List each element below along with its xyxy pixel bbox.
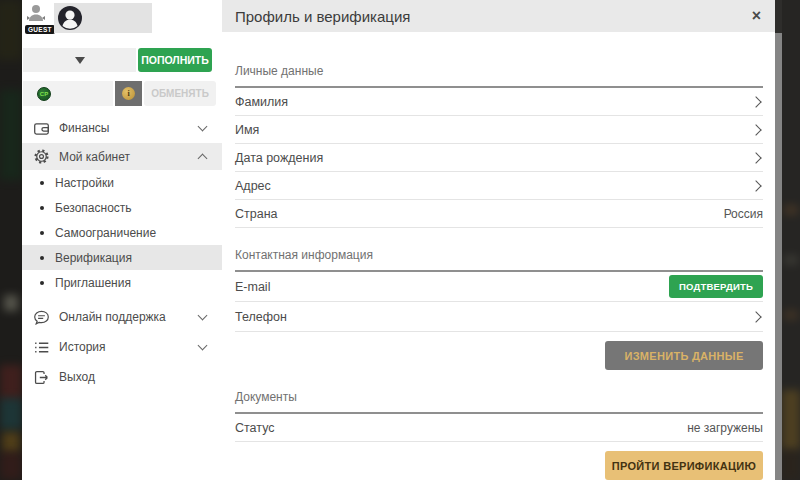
bullet-icon [40, 231, 44, 235]
verify-button-row: ПРОЙТИ ВЕРИФИКАЦИЮ [235, 451, 763, 480]
sidebar-item-logout[interactable]: Выход [22, 362, 222, 392]
chevron-right-icon [750, 96, 761, 107]
close-icon[interactable]: × [752, 8, 761, 24]
background-page-left [0, 0, 22, 480]
account-sidebar: GUEST ПОПОЛНИТЬ CP i ОБМЕНЯ [22, 0, 222, 480]
deposit-button[interactable]: ПОПОЛНИТЬ [138, 48, 212, 72]
avatar-icon [57, 5, 83, 31]
section-title-contact: Контактная информация [235, 248, 763, 262]
start-verification-button[interactable]: ПРОЙТИ ВЕРИФИКАЦИЮ [605, 451, 763, 480]
sidebar-item-label: Мой кабинет [59, 150, 199, 164]
field-row-status: Статус не загружены [235, 414, 763, 442]
sidebar-item-finances[interactable]: Финансы [22, 113, 222, 143]
cp-coin-icon: CP [37, 87, 51, 101]
chevron-down-icon [198, 311, 208, 321]
sidebar-item-history[interactable]: История [22, 332, 222, 362]
section-title-personal: Личные данные [235, 64, 763, 78]
chevron-down-icon [198, 122, 208, 132]
wallet-icon [33, 120, 50, 137]
field-label: Дата рождения [235, 151, 752, 165]
person-icon [25, 3, 47, 25]
chevron-up-icon [198, 154, 208, 164]
edit-button-row: ИЗМЕНИТЬ ДАННЫЕ [235, 341, 763, 370]
chevron-right-icon [750, 124, 761, 135]
user-row: GUEST [23, 3, 222, 35]
page-title: Профиль и верификация [235, 8, 752, 25]
balance-row: ПОПОЛНИТЬ [23, 48, 222, 72]
field-row-firstname[interactable]: Имя [235, 116, 763, 144]
field-row-address[interactable]: Адрес [235, 172, 763, 200]
bullet-icon [40, 181, 44, 185]
submenu-label: Настройки [55, 176, 114, 190]
chat-icon [33, 309, 50, 326]
sidebar-item-label: Выход [59, 370, 206, 384]
confirm-email-button[interactable]: ПОДТВЕРДИТЬ [669, 275, 763, 298]
chevron-right-icon [750, 180, 761, 191]
field-row-email: E-mail ПОДТВЕРДИТЬ [235, 272, 763, 302]
bullet-icon [40, 206, 44, 210]
field-label: Имя [235, 123, 752, 137]
field-row-birthdate[interactable]: Дата рождения [235, 144, 763, 172]
modal-scrollbar-track [775, 0, 782, 480]
sidebar-item-settings[interactable]: Настройки [22, 170, 222, 195]
guest-badge: GUEST [25, 25, 55, 34]
guest-avatar[interactable]: GUEST [25, 3, 51, 34]
field-label: Страна [235, 207, 724, 221]
field-value: Россия [724, 207, 763, 221]
profile-verification-panel: Профиль и верификация × Личные данные Фа… [222, 0, 775, 480]
gold-coin-icon: i [122, 87, 135, 100]
submenu-label: Безопасность [55, 201, 132, 215]
gear-icon [33, 148, 50, 165]
sidebar-item-label: Онлайн поддержка [59, 310, 199, 324]
coin-info-button[interactable]: i [115, 81, 142, 106]
sidebar-item-label: Финансы [59, 121, 199, 135]
submenu-label: Верификация [55, 251, 132, 265]
bonus-row: CP i ОБМЕНЯТЬ [23, 81, 222, 106]
currency-dropdown[interactable] [23, 48, 136, 72]
field-value: не загружены [687, 421, 763, 435]
sidebar-item-security[interactable]: Безопасность [22, 195, 222, 220]
sidebar-item-invitations[interactable]: Приглашения [22, 270, 222, 295]
account-modal: GUEST ПОПОЛНИТЬ CP i ОБМЕНЯ [22, 0, 775, 480]
sidebar-item-self-limitation[interactable]: Самоограничение [22, 220, 222, 245]
exchange-button[interactable]: ОБМЕНЯТЬ [144, 81, 216, 106]
cp-balance: CP [23, 81, 113, 106]
bullet-icon [40, 281, 44, 285]
submenu-label: Самоограничение [55, 226, 156, 240]
field-row-country: Страна Россия [235, 200, 763, 228]
bullet-icon [40, 256, 44, 260]
sidebar-item-online-support[interactable]: Онлайн поддержка [22, 302, 222, 332]
field-row-lastname[interactable]: Фамилия [235, 88, 763, 116]
edit-data-button[interactable]: ИЗМЕНИТЬ ДАННЫЕ [605, 341, 763, 370]
field-label: E-mail [235, 280, 669, 294]
sidebar-item-my-account[interactable]: Мой кабинет [22, 143, 222, 170]
field-label: Адрес [235, 179, 752, 193]
modal-header: Профиль и верификация × [222, 0, 775, 32]
field-label: Фамилия [235, 95, 752, 109]
submenu-label: Приглашения [55, 276, 131, 290]
caret-down-icon [75, 57, 85, 64]
list-icon [33, 339, 50, 356]
sidebar-item-verification[interactable]: Верификация [22, 245, 222, 270]
modal-content: Личные данные Фамилия Имя Дата рождения … [222, 64, 775, 480]
sidebar-item-label: История [59, 340, 199, 354]
field-label: Статус [235, 421, 687, 435]
avatar[interactable] [54, 3, 152, 33]
field-label: Телефон [235, 310, 752, 324]
background-page-right [782, 0, 800, 480]
chevron-down-icon [198, 341, 208, 351]
field-row-phone[interactable]: Телефон [235, 302, 763, 332]
section-title-documents: Документы [235, 390, 763, 404]
chevron-right-icon [750, 311, 761, 322]
chevron-right-icon [750, 152, 761, 163]
logout-icon [33, 369, 50, 386]
modal-scrollbar-thumb[interactable] [775, 33, 782, 480]
sidebar-menu: Финансы Мой кабинет Настройки [22, 113, 222, 392]
